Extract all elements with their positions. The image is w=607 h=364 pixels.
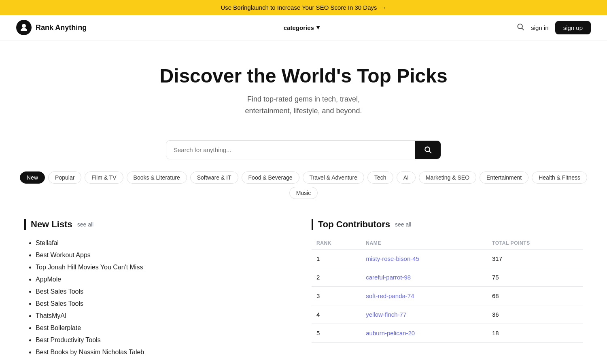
filter-chip-ai[interactable]: AI: [397, 171, 416, 184]
hero-headline: Discover the World's Top Picks: [8, 65, 599, 87]
table-row: 5 auburn-pelican-20 18: [312, 324, 583, 342]
rank-cell: 3: [312, 286, 361, 305]
filter-chip-music[interactable]: Music: [289, 187, 318, 199]
col-rank: RANK: [312, 237, 361, 250]
filter-chip-books[interactable]: Books & Literature: [127, 171, 187, 184]
search-container: [0, 129, 607, 167]
filter-chips: NewPopularFilm & TVBooks & LiteratureSof…: [0, 167, 607, 207]
banner-text: Use Boringlaunch to Increase Your SEO Sc…: [221, 4, 377, 11]
filter-chip-food[interactable]: Food & Beverage: [242, 171, 299, 184]
new-lists-see-all[interactable]: see all: [77, 221, 93, 228]
list-item[interactable]: Best Sales Tools: [36, 286, 295, 298]
name-cell[interactable]: auburn-pelican-20: [361, 324, 487, 342]
list-item[interactable]: Best Productivity Tools: [36, 334, 295, 346]
svg-line-4: [429, 151, 431, 153]
rank-cell: 2: [312, 268, 361, 286]
search-button[interactable]: [415, 141, 441, 159]
list-item[interactable]: Best Workout Apps: [36, 249, 295, 261]
banner-arrow: →: [380, 4, 386, 11]
list-item[interactable]: Best Boilerplate: [36, 322, 295, 334]
table-row: 4 yellow-finch-77 36: [312, 305, 583, 324]
col-name: NAME: [361, 237, 487, 250]
nav-right: sign in sign up: [516, 21, 591, 34]
hero-subtext: Find top-rated gems in tech, travel, ent…: [8, 93, 599, 117]
points-cell: 317: [487, 249, 583, 268]
top-contributors-section: Top Contributors see all RANK NAME TOTAL…: [312, 219, 583, 358]
new-lists-section: New Lists see all StellafaiBest Workout …: [24, 219, 295, 358]
col-points: TOTAL POINTS: [487, 237, 583, 250]
list-item[interactable]: Top Jonah Hill Movies You Can't Miss: [36, 261, 295, 273]
categories-label: categories: [284, 24, 314, 31]
navbar: Rank Anything categories ▾ sign in sign …: [0, 15, 607, 40]
main-content: New Lists see all StellafaiBest Workout …: [0, 207, 607, 364]
filter-chip-film-tv[interactable]: Film & TV: [85, 171, 123, 184]
table-row: 3 soft-red-panda-74 68: [312, 286, 583, 305]
filter-chip-software[interactable]: Software & IT: [190, 171, 238, 184]
categories-chevron-icon: ▾: [316, 24, 320, 31]
table-row: 1 misty-rose-bison-45 317: [312, 249, 583, 268]
filter-chip-travel[interactable]: Travel & Adventure: [303, 171, 365, 184]
new-lists-items: StellafaiBest Workout AppsTop Jonah Hill…: [24, 237, 295, 358]
svg-line-2: [522, 28, 524, 30]
filter-chip-marketing[interactable]: Marketing & SEO: [419, 171, 476, 184]
top-contributors-title: Top Contributors: [318, 219, 390, 230]
svg-point-0: [22, 24, 26, 28]
search-icon[interactable]: [516, 23, 524, 33]
signin-button[interactable]: sign in: [531, 24, 548, 31]
name-cell[interactable]: misty-rose-bison-45: [361, 249, 487, 268]
hero-section: Discover the World's Top Picks Find top-…: [0, 40, 607, 129]
search-bar: [166, 140, 441, 159]
points-cell: 68: [487, 286, 583, 305]
points-cell: 36: [487, 305, 583, 324]
rank-cell: 1: [312, 249, 361, 268]
new-lists-title: New Lists: [31, 219, 72, 230]
name-cell[interactable]: soft-red-panda-74: [361, 286, 487, 305]
list-item[interactable]: AppMole: [36, 273, 295, 286]
search-input[interactable]: [166, 141, 415, 159]
rank-cell: 5: [312, 324, 361, 342]
list-item[interactable]: Stellafai: [36, 237, 295, 249]
signup-button[interactable]: sign up: [555, 21, 591, 34]
table-row: 2 careful-parrot-98 75: [312, 268, 583, 286]
nav-logo[interactable]: Rank Anything: [16, 20, 87, 35]
top-contributors-header: Top Contributors see all: [312, 219, 583, 230]
categories-menu[interactable]: categories ▾: [284, 24, 320, 31]
logo-icon: [16, 20, 32, 35]
filter-chip-tech[interactable]: Tech: [367, 171, 393, 184]
logo-text: Rank Anything: [36, 23, 87, 32]
rank-cell: 4: [312, 305, 361, 324]
table-header-row: RANK NAME TOTAL POINTS: [312, 237, 583, 250]
new-lists-header: New Lists see all: [24, 219, 295, 230]
points-cell: 18: [487, 324, 583, 342]
contributors-table: RANK NAME TOTAL POINTS 1 misty-rose-biso…: [312, 237, 583, 343]
name-cell[interactable]: careful-parrot-98: [361, 268, 487, 286]
list-item[interactable]: Best Sales Tools: [36, 298, 295, 310]
top-contributors-see-all[interactable]: see all: [395, 221, 411, 228]
filter-chip-entertainment[interactable]: Entertainment: [480, 171, 528, 184]
list-item[interactable]: Best Books by Nassim Nicholas Taleb: [36, 346, 295, 358]
list-item[interactable]: ThatsMyAI: [36, 310, 295, 322]
top-banner[interactable]: Use Boringlaunch to Increase Your SEO Sc…: [0, 0, 607, 15]
name-cell[interactable]: yellow-finch-77: [361, 305, 487, 324]
filter-chip-new[interactable]: New: [20, 171, 45, 184]
filter-chip-popular[interactable]: Popular: [48, 171, 81, 184]
filter-chip-health[interactable]: Health & Fitness: [532, 171, 587, 184]
points-cell: 75: [487, 268, 583, 286]
